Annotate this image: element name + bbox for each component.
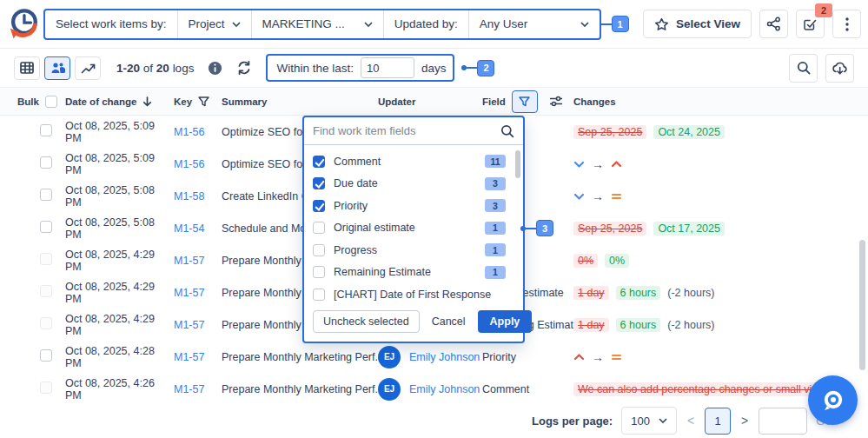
table-view-button[interactable] [14, 56, 40, 80]
field-option-label: Remaining Estimate [334, 266, 431, 278]
share-icon [766, 17, 781, 31]
filter-active-icon [519, 96, 530, 107]
period-input[interactable] [361, 57, 414, 78]
project-dropdown[interactable]: MARKETING ... [252, 10, 384, 38]
date-cell: Oct 08, 2025, 4:29 PM [65, 281, 174, 305]
row-checkbox[interactable] [40, 349, 52, 362]
priority-medium-icon [611, 192, 622, 201]
work-item-key-link[interactable]: M1-57 [174, 351, 222, 363]
apply-button[interactable]: Apply [478, 310, 533, 333]
field-option[interactable]: Remaining Estimate1 [313, 262, 516, 284]
column-settings-button[interactable] [549, 96, 563, 107]
go-to-page-input[interactable] [759, 408, 807, 435]
updated-by-label: Updated by: [394, 17, 458, 30]
vertical-scrollbar[interactable] [859, 240, 865, 370]
dropdown-scrollbar[interactable] [515, 150, 520, 178]
user-dropdown[interactable]: Any User [469, 10, 600, 38]
work-item-key-link[interactable]: M1-57 [174, 383, 222, 395]
field-option-checkbox[interactable] [313, 244, 325, 256]
work-item-key-link[interactable]: M1-58 [174, 190, 222, 202]
field-option-checkbox[interactable] [313, 200, 325, 212]
period-filter-group: Within the last: days [266, 54, 454, 82]
field-search-input[interactable] [313, 124, 500, 137]
row-checkbox[interactable] [40, 124, 52, 136]
export-button[interactable] [825, 54, 854, 83]
help-fab-button[interactable] [808, 375, 858, 425]
scope-dropdown[interactable]: Project [178, 10, 252, 38]
current-page-button[interactable]: 1 [705, 408, 731, 435]
prev-page-button[interactable]: < [686, 414, 696, 428]
period-unit: days [421, 62, 447, 75]
field-search-row [304, 117, 523, 145]
bulk-select-all-checkbox[interactable] [45, 96, 57, 108]
date-cell: Oct 08, 2025, 5:09 PM [65, 152, 174, 176]
field-filter-button[interactable] [512, 90, 538, 113]
bulk-cell [17, 285, 65, 300]
bulk-cell [17, 221, 65, 236]
field-option-count-badge: 3 [485, 199, 506, 212]
scan-search-icon [820, 388, 846, 414]
work-item-key-link[interactable]: M1-57 [174, 287, 222, 299]
field-option-label: [CHART] Date of First Response [334, 289, 491, 301]
work-item-key-link[interactable]: M1-57 [174, 319, 222, 331]
trend-chart-icon [81, 63, 96, 74]
row-checkbox[interactable] [40, 221, 52, 233]
new-value: 0% [605, 254, 629, 268]
field-option-checkbox[interactable] [313, 177, 325, 189]
cancel-button[interactable]: Cancel [432, 315, 466, 328]
date-cell: Oct 08, 2025, 5:08 PM [65, 184, 174, 209]
field-option[interactable]: Progress1 [313, 239, 516, 262]
new-value: 6 hours [616, 318, 661, 332]
field-option[interactable]: Original estimate1 [313, 217, 516, 240]
updater-name-link[interactable]: Emily Johnson [409, 383, 480, 395]
field-option[interactable]: Comment11 [313, 150, 516, 173]
chart-view-button[interactable] [75, 56, 101, 80]
people-view-button[interactable] [44, 56, 70, 80]
callout-3-connector: 3 [522, 220, 553, 236]
row-checkbox[interactable] [40, 156, 52, 169]
work-item-key-link[interactable]: M1-56 [174, 126, 222, 138]
chevron-down-icon [580, 22, 589, 27]
refresh-button[interactable] [236, 60, 252, 76]
work-item-key-link[interactable]: M1-54 [174, 222, 222, 235]
updates-button[interactable]: 2 [796, 10, 825, 38]
cloud-download-icon [832, 61, 848, 75]
row-checkbox[interactable] [40, 189, 52, 201]
share-button[interactable] [759, 10, 788, 38]
field-option-checkbox[interactable] [313, 222, 325, 234]
period-label: Within the last: [276, 62, 354, 75]
app-header: Select work items by: Project MARKETING … [0, 0, 868, 49]
next-page-button[interactable]: > [739, 414, 750, 428]
field-option[interactable]: Priority3 [313, 195, 516, 217]
field-option[interactable]: Due date3 [313, 173, 516, 196]
bulk-cell [17, 382, 65, 396]
header-key[interactable]: Key [174, 96, 222, 107]
work-item-key-link[interactable]: M1-57 [174, 255, 222, 267]
date-cell: Oct 08, 2025, 4:29 PM [65, 313, 174, 337]
search-button[interactable] [789, 54, 818, 83]
per-page-select[interactable]: 100 [621, 407, 677, 435]
per-page-label: Logs per page: [532, 415, 613, 428]
field-option-checkbox[interactable] [313, 289, 325, 301]
scope-value: Project [189, 17, 225, 30]
filter-icon [198, 96, 209, 107]
uncheck-selected-button[interactable]: Uncheck selected [313, 310, 420, 333]
avatar[interactable]: EJ [378, 378, 401, 401]
header-changes: Changes [573, 96, 868, 107]
field-option-checkbox[interactable] [313, 266, 325, 278]
field-option-checkbox[interactable] [313, 156, 325, 168]
work-item-key-link[interactable]: M1-56 [174, 158, 222, 170]
search-icon [797, 61, 811, 75]
avatar[interactable]: EJ [378, 346, 401, 368]
chevron-down-icon [659, 418, 667, 423]
field-option[interactable]: [CHART] Date of First Response [313, 283, 516, 303]
info-button[interactable] [208, 61, 222, 76]
log-count-total: 20 [156, 62, 169, 75]
updater-name-link[interactable]: Emily Johnson [409, 351, 480, 363]
header-date[interactable]: Date of change [65, 96, 174, 107]
header-updater: Updater [378, 96, 482, 107]
select-view-button[interactable]: Select View [643, 10, 752, 38]
sort-desc-icon [142, 96, 152, 107]
summary-cell: Prepare Monthly Marketing Perf... [222, 351, 378, 363]
more-menu-button[interactable] [832, 10, 861, 38]
